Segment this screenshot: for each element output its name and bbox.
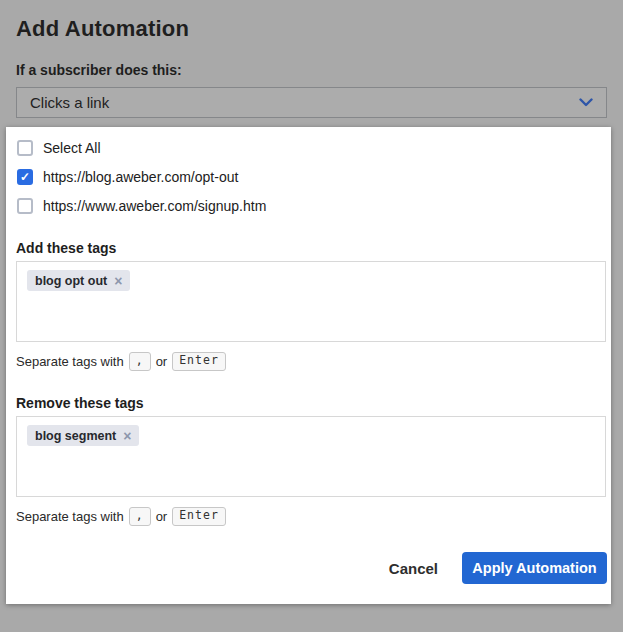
trigger-select-label: If a subscriber does this:	[16, 62, 182, 78]
add-tags-input[interactable]: blog opt out ×	[16, 261, 606, 342]
select-all-label: Select All	[43, 140, 101, 156]
trigger-select[interactable]: Clicks a link	[16, 87, 607, 118]
enter-key: Enter	[172, 352, 226, 371]
tag-hint-prefix: Separate tags with	[16, 354, 124, 369]
link-checkbox-row[interactable]: ✓ https://blog.aweber.com/opt-out	[17, 168, 238, 186]
tag-hint-or: or	[156, 509, 168, 524]
apply-automation-button[interactable]: Apply Automation	[462, 552, 607, 584]
tag-pill: blog opt out ×	[27, 270, 130, 291]
checkbox-unchecked-icon[interactable]	[17, 198, 33, 214]
comma-key: ,	[129, 352, 151, 371]
add-automation-modal: Add Automation If a subscriber does this…	[0, 0, 623, 632]
tag-hint: Separate tags with , or Enter	[16, 352, 226, 371]
tag-pill: blog segment ×	[27, 425, 139, 446]
add-tags-label: Add these tags	[16, 240, 116, 256]
modal-footer: Cancel Apply Automation	[383, 552, 607, 584]
trigger-select-value: Clicks a link	[30, 94, 579, 111]
comma-key: ,	[129, 507, 151, 526]
link-label: https://www.aweber.com/signup.htm	[43, 198, 266, 214]
remove-tags-input[interactable]: blog segment ×	[16, 416, 606, 497]
remove-tag-icon[interactable]: ×	[114, 274, 122, 288]
select-all-checkbox-row[interactable]: Select All	[17, 139, 101, 157]
tag-pill-text: blog opt out	[35, 274, 107, 288]
checkbox-checked-icon[interactable]: ✓	[17, 169, 33, 185]
cancel-button[interactable]: Cancel	[383, 560, 444, 577]
chevron-down-icon	[579, 98, 593, 107]
remove-tags-label: Remove these tags	[16, 395, 144, 411]
tag-hint: Separate tags with , or Enter	[16, 507, 226, 526]
page-title: Add Automation	[16, 16, 189, 42]
automation-options-panel: Select All ✓ https://blog.aweber.com/opt…	[6, 127, 611, 604]
enter-key: Enter	[172, 507, 226, 526]
tag-pill-text: blog segment	[35, 429, 116, 443]
tag-hint-or: or	[156, 354, 168, 369]
tag-hint-prefix: Separate tags with	[16, 509, 124, 524]
link-checkbox-row[interactable]: https://www.aweber.com/signup.htm	[17, 197, 266, 215]
link-label: https://blog.aweber.com/opt-out	[43, 169, 238, 185]
checkbox-unchecked-icon[interactable]	[17, 140, 33, 156]
remove-tag-icon[interactable]: ×	[123, 429, 131, 443]
